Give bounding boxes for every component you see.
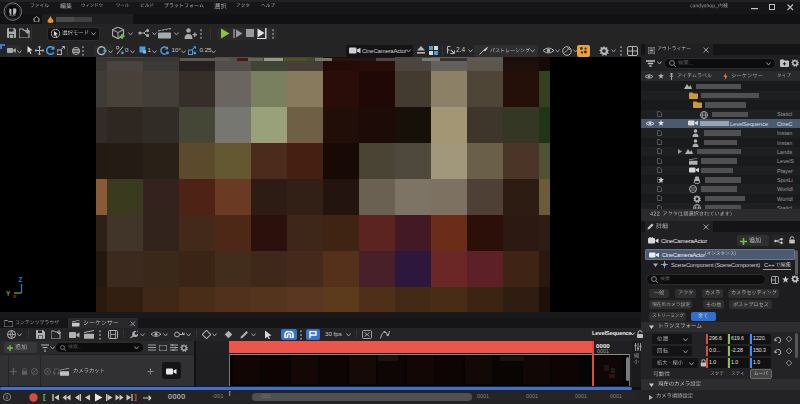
svg-text:Y: Y <box>6 290 11 297</box>
svg-text:Z: Z <box>19 276 23 283</box>
